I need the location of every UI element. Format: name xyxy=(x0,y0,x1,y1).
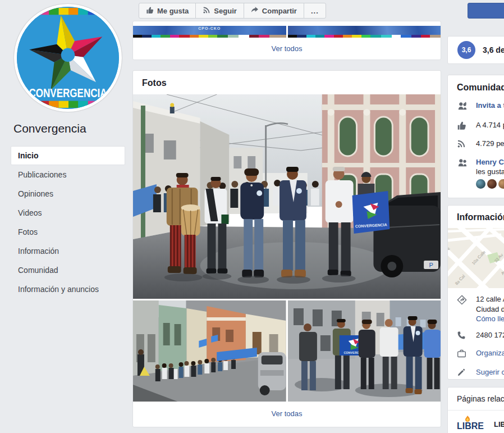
address-line1: 12 calle A xyxy=(476,294,504,304)
sidebar-item-publicaciones[interactable]: Publicaciones xyxy=(11,165,125,184)
share-arrow-icon xyxy=(251,6,259,16)
sidebar-item-opiniones[interactable]: Opiniones xyxy=(11,184,125,203)
videos-card: CPO-CKO Ver todos xyxy=(132,21,441,60)
phone-number: 2480 172 xyxy=(476,330,504,343)
category-link[interactable]: Organización política xyxy=(476,348,504,361)
see-all-photos-link[interactable]: Ver todas xyxy=(133,402,441,426)
follow-rss-icon xyxy=(457,139,468,151)
friends-icon xyxy=(457,157,468,177)
photo-march-street[interactable] xyxy=(133,300,286,402)
page-action-bar: Me gusta Seguir Compartir ... xyxy=(139,3,326,19)
location-map[interactable]: 10a Calle 33 Av 8a Cal e Avenida xyxy=(448,228,504,288)
likes-count-row: A 4.714 personas les gusta esto xyxy=(457,120,504,133)
video-thumbnail[interactable] xyxy=(288,26,441,38)
phone-row: 2480 172 xyxy=(457,330,504,343)
avatar[interactable] xyxy=(476,179,485,189)
photo-thumbnails-row: CONVERGENCIA xyxy=(133,300,441,402)
video-thumb-image xyxy=(288,26,441,35)
info-card: Información 10a Calle 33 Av 8a Cal e Ave… xyxy=(447,205,504,380)
rating-badge: 3,6 xyxy=(457,41,475,59)
community-title: Comunidad xyxy=(457,83,504,93)
more-dots-icon: ... xyxy=(311,7,319,15)
video-thumb-colorbar xyxy=(288,35,441,38)
rainbow-stripe-top xyxy=(29,8,107,15)
friends-like-row: Henry Ca les gusta esto xyxy=(457,157,504,177)
see-all-videos-link[interactable]: Ver todos xyxy=(133,38,441,60)
followers-count: 4.729 personas siguen esto xyxy=(476,139,504,151)
libre-logo-text: LIBRE xyxy=(457,421,484,431)
photos-card: Fotos xyxy=(132,70,441,427)
share-button[interactable]: Compartir xyxy=(244,3,304,19)
invite-friends-link[interactable]: Invita a tus amigos a que les guste esta… xyxy=(476,101,504,114)
sidebar-item-informacion[interactable]: Información xyxy=(11,241,125,261)
directions-icon xyxy=(457,294,468,324)
rainbow-stripe-bottom xyxy=(29,101,107,108)
flame-icon xyxy=(465,414,470,425)
community-card: Comunidad Invita a tus amigos a que les … xyxy=(447,75,504,198)
photo-march-main[interactable]: P CONVERGENCIA xyxy=(133,94,441,299)
info-title: Información xyxy=(448,206,504,228)
avatar[interactable] xyxy=(498,179,504,189)
video-thumb-colorbar xyxy=(133,35,286,38)
rating-label: 3,6 de 5 xyxy=(483,45,504,54)
thumbs-up-icon xyxy=(457,120,468,133)
video-thumb-caption: CPO-CKO xyxy=(133,26,286,30)
add-friends-icon xyxy=(457,101,468,114)
category-icon xyxy=(457,348,468,361)
friend-avatars xyxy=(476,179,504,189)
video-thumbnails: CPO-CKO xyxy=(133,26,441,38)
phone-icon xyxy=(457,330,468,343)
related-page-row[interactable]: LIBRE LIBRE xyxy=(448,411,504,433)
video-thumbnail[interactable]: CPO-CKO xyxy=(133,26,286,38)
figure-woman-navy xyxy=(240,168,264,277)
address-row: 12 calle A Ciudad de Guatemala Cómo lleg… xyxy=(457,294,504,324)
figure-navy-suit xyxy=(403,316,422,394)
share-button-label: Compartir xyxy=(262,7,297,15)
more-actions-button[interactable]: ... xyxy=(304,3,326,19)
suggest-edits-row: Sugerir cambios xyxy=(457,367,504,380)
like-button-label: Me gusta xyxy=(157,7,189,15)
page-nav: Inicio Publicaciones Opiniones Videos Fo… xyxy=(11,146,125,299)
sidebar-item-comunidad[interactable]: Comunidad xyxy=(11,261,125,280)
like-button[interactable]: Me gusta xyxy=(139,3,196,19)
followers-count-row: 4.729 personas siguen esto xyxy=(457,139,504,151)
sidebar-item-informacion-anuncios[interactable]: Información y anuncios xyxy=(11,280,125,299)
page-profile-picture[interactable]: CONVERGENCIA xyxy=(14,4,122,112)
page-title: Convergencia xyxy=(13,122,86,135)
convergencia-flag: CONVERGENCIA xyxy=(352,191,390,234)
related-pages-title: Páginas relacionadas xyxy=(448,388,504,411)
directions-link[interactable]: Cómo llegar xyxy=(476,314,504,324)
sidebar-item-fotos[interactable]: Fotos xyxy=(11,222,125,241)
category-row: Organización política xyxy=(457,348,504,361)
friends-like-suffix: les gusta esto xyxy=(476,167,504,176)
friend-name-link[interactable]: Henry Ca xyxy=(476,158,504,166)
primary-blue-button[interactable] xyxy=(468,3,504,19)
libre-logo: LIBRE xyxy=(457,417,487,431)
convergencia-logo: CONVERGENCIA xyxy=(17,7,119,109)
pencil-icon xyxy=(457,367,468,380)
thumbs-up-icon xyxy=(146,6,154,16)
follow-rss-icon xyxy=(203,6,210,16)
suggest-edits-link[interactable]: Sugerir cambios xyxy=(476,367,504,380)
logo-wordmark: CONVERGENCIA xyxy=(29,86,107,100)
rating-card: 3,6 3,6 de 5 xyxy=(447,36,504,64)
car-gray xyxy=(258,352,286,395)
follow-button-label: Seguir xyxy=(214,7,236,15)
invite-friends-row[interactable]: Invita a tus amigos a que les guste esta… xyxy=(457,101,504,114)
sidebar-item-videos[interactable]: Videos xyxy=(11,203,125,222)
address-line2: Ciudad de Guatemala xyxy=(476,304,504,315)
avatar[interactable] xyxy=(487,179,497,189)
video-thumb-image: CPO-CKO xyxy=(133,26,286,35)
photos-section-title: Fotos xyxy=(133,71,441,94)
sidebar-item-inicio[interactable]: Inicio xyxy=(11,146,125,165)
photo-march-flag[interactable]: CONVERGENCIA xyxy=(288,300,441,402)
related-pages-card: Páginas relacionadas LIBRE LIBRE xyxy=(447,387,504,433)
svg-text:P: P xyxy=(429,262,433,268)
follow-button[interactable]: Seguir xyxy=(195,3,244,19)
likes-count: A 4.714 personas les gusta esto xyxy=(476,120,504,133)
related-page-name: LIBRE xyxy=(494,420,504,429)
